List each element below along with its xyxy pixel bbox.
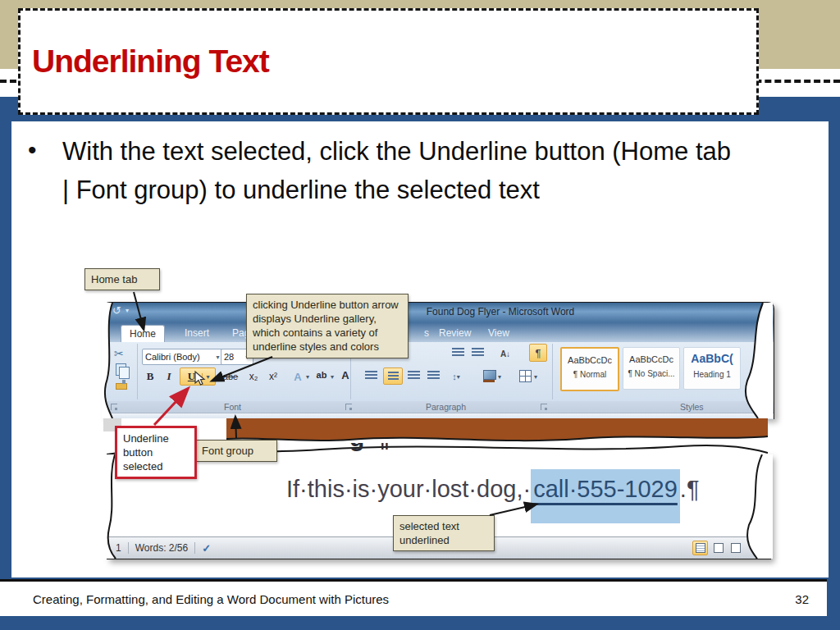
increase-indent-icon[interactable] [472, 348, 484, 357]
page-title: Underlining Text [32, 43, 269, 80]
slide: Underlining Text • With the text selecte… [0, 0, 840, 630]
window-title: Found Dog Flyer - Microsoft Word [104, 306, 774, 317]
word-ribbon-piece: ↺ ▾ Found Dog Flyer - Microsoft Word Hom… [103, 302, 774, 419]
doc-text-selected-underlined: call·555-1029 [531, 469, 680, 523]
doc-text-after: .¶ [680, 476, 700, 502]
font-size-value: 28 [224, 352, 234, 362]
status-separator [128, 542, 129, 554]
doc-text-before: If·this·is·your·lost·dog,· [286, 476, 531, 502]
show-hide-pilcrow-button[interactable]: ¶ [529, 344, 547, 362]
shading-bucket-icon[interactable] [483, 370, 496, 380]
print-layout-view-button[interactable] [692, 541, 708, 555]
tab-insert[interactable]: Insert [176, 325, 217, 341]
tab-review[interactable]: Review [431, 325, 479, 341]
slide-title-box: Underlining Text [18, 8, 759, 115]
callout-font-group: Font group [195, 440, 277, 462]
bullet-text: With the text selected, click the Underl… [62, 133, 742, 209]
text-highlight-button[interactable]: ab [313, 367, 331, 383]
chevron-down-icon[interactable]: ▾ [306, 373, 309, 381]
slide-footer: Creating, Formatting, and Editing a Word… [0, 579, 827, 616]
align-center-icon [388, 372, 399, 381]
word-titlebar: ↺ ▾ Found Dog Flyer - Microsoft Word [104, 303, 774, 322]
paragraph-dialog-launcher-icon[interactable] [541, 404, 547, 410]
ribbon-left-torn-edge [102, 302, 120, 418]
slide-page-number: 32 [795, 592, 809, 606]
style-normal[interactable]: AaBbCcDc ¶ Normal [560, 347, 619, 391]
font-color-button[interactable]: A [337, 367, 354, 383]
flyer-picture-edge [226, 418, 768, 431]
decrease-indent-icon[interactable] [452, 348, 464, 357]
ribbon-tab-row: Home Insert Page s Review View [104, 322, 774, 342]
bullet-marker: • [28, 133, 62, 209]
sort-icon[interactable]: A↓ [496, 345, 514, 362]
italic-button[interactable]: I [162, 368, 176, 385]
text-effects-button[interactable]: A [290, 368, 306, 385]
style-heading1[interactable]: AaBbC( Heading 1 [683, 347, 741, 390]
spellcheck-icon[interactable]: ✓ [202, 542, 211, 555]
fullscreen-reading-view-button[interactable] [711, 541, 725, 555]
font-name-combo[interactable]: Calibri (Body) ▼ [142, 349, 224, 365]
font-name-value: Calibri (Body) [145, 352, 200, 362]
styles-group-label: Styles [680, 402, 704, 412]
doc-right-torn-edge [737, 454, 773, 559]
callout-underline-gallery: clicking Underline button arrow displays… [246, 294, 409, 358]
word-count[interactable]: Words: 2/56 [135, 542, 188, 554]
chevron-down-icon[interactable]: ▾ [331, 373, 334, 381]
chevron-down-icon[interactable]: ▾ [534, 373, 537, 381]
chevron-down-icon[interactable]: ▾ [498, 373, 501, 381]
chevron-down-icon[interactable]: ▼ [212, 354, 221, 360]
view-buttons [692, 541, 742, 555]
tab-view[interactable]: View [480, 325, 518, 341]
underline-arrow-icon[interactable]: ▾ [202, 373, 214, 381]
line-spacing-button[interactable]: ↕▾ [447, 368, 465, 385]
bullet-item: • With the text selected, click the Unde… [28, 133, 742, 209]
ribbon-group-labels: Font Paragraph Styles [104, 401, 774, 413]
font-dialog-launcher-icon[interactable] [345, 404, 352, 410]
align-justify-icon[interactable] [427, 371, 440, 380]
callout-home-tab: Home tab [84, 268, 160, 290]
copy-icon-back [119, 367, 130, 379]
group-separator [137, 344, 138, 399]
word-screenshot-figure: ↺ ▾ Found Dog Flyer - Microsoft Word Hom… [82, 267, 804, 578]
slide-content-area: • With the text selected, click the Unde… [11, 121, 829, 578]
format-painter-handle [122, 380, 126, 384]
style-no-spacing[interactable]: AaBbCcDc ¶ No Spaci... [623, 347, 680, 390]
bold-button[interactable]: B [142, 368, 158, 385]
align-right-icon[interactable] [408, 371, 420, 380]
align-left-icon[interactable] [365, 371, 377, 380]
status-separator [194, 542, 195, 554]
group-separator [552, 344, 553, 399]
borders-icon[interactable] [519, 370, 532, 382]
strikethrough-button[interactable]: abe [219, 368, 242, 385]
subscript-button[interactable]: x₂ [245, 368, 262, 385]
paragraph-group-label: Paragraph [426, 402, 466, 412]
underline-button[interactable]: U ▾ [180, 368, 216, 386]
align-center-button[interactable] [383, 368, 403, 385]
footer-text: Creating, Formatting, and Editing a Word… [33, 592, 389, 606]
ribbon-right-torn-edge [733, 302, 773, 418]
torn-text-fragment: g ¶ [349, 443, 440, 455]
document-text-line[interactable]: If·this·is·your·lost·dog,·call·555-1029.… [286, 476, 700, 503]
font-group-label: Font [224, 402, 241, 412]
shading-color-bar [483, 380, 495, 382]
callout-selected-text: selected text underlined [393, 515, 495, 551]
superscript-button[interactable]: x² [265, 368, 281, 385]
callout-underline-button-selected: Underline button selected [115, 426, 197, 479]
